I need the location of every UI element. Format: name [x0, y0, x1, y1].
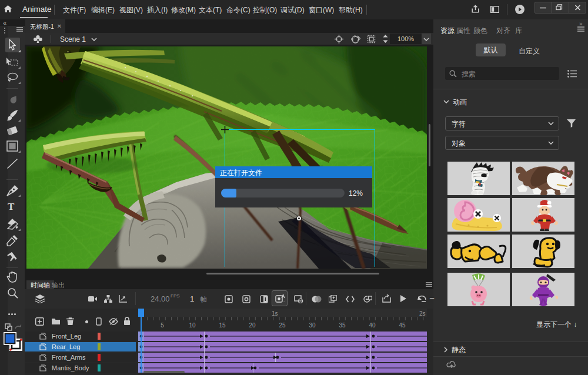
- svg-text:30: 30: [309, 322, 316, 329]
- svg-text:40: 40: [369, 322, 376, 329]
- svg-text:25: 25: [279, 322, 286, 329]
- svg-text:15: 15: [219, 322, 226, 329]
- svg-text:35: 35: [339, 322, 346, 329]
- svg-text:10: 10: [189, 322, 196, 329]
- svg-text:20: 20: [249, 322, 256, 329]
- svg-text:5: 5: [161, 322, 164, 329]
- svg-text:45: 45: [399, 322, 406, 329]
